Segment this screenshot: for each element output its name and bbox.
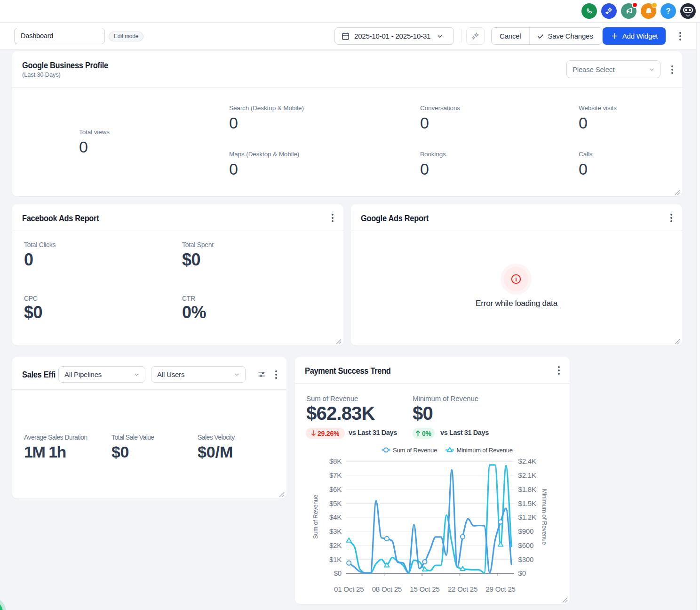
svg-text:$3K: $3K (329, 527, 342, 535)
svg-text:$8K: $8K (329, 457, 342, 465)
svg-text:22 Oct 25: 22 Oct 25 (448, 585, 477, 593)
svg-text:$1.2K: $1.2K (518, 513, 536, 521)
svg-text:$2.4K: $2.4K (518, 457, 536, 465)
svg-text:Sum of Revenue: Sum of Revenue (312, 495, 319, 539)
svg-text:$7K: $7K (329, 471, 342, 479)
svg-text:$300: $300 (518, 555, 534, 563)
svg-text:$5K: $5K (329, 499, 342, 507)
svg-text:$6K: $6K (329, 485, 342, 493)
svg-text:08 Oct 25: 08 Oct 25 (372, 585, 402, 593)
svg-text:15 Oct 25: 15 Oct 25 (410, 585, 439, 593)
svg-text:29 Oct 25: 29 Oct 25 (485, 585, 515, 593)
svg-text:$900: $900 (518, 527, 534, 535)
svg-text:Minimum of Revenue: Minimum of Revenue (541, 489, 548, 545)
svg-text:$0: $0 (518, 569, 526, 577)
svg-text:$2K: $2K (329, 541, 342, 549)
svg-text:$1K: $1K (329, 555, 342, 563)
svg-text:01 Oct 25: 01 Oct 25 (334, 585, 364, 593)
svg-text:$1.8K: $1.8K (518, 485, 536, 493)
svg-text:Sum of Revenue: Sum of Revenue (393, 447, 437, 454)
svg-text:$4K: $4K (329, 513, 342, 521)
svg-text:Minimum of Revenue: Minimum of Revenue (457, 447, 513, 454)
svg-text:$1.5K: $1.5K (518, 499, 536, 507)
svg-text:$2.1K: $2.1K (518, 471, 536, 479)
svg-text:$600: $600 (518, 541, 534, 549)
svg-text:$0: $0 (334, 569, 342, 577)
